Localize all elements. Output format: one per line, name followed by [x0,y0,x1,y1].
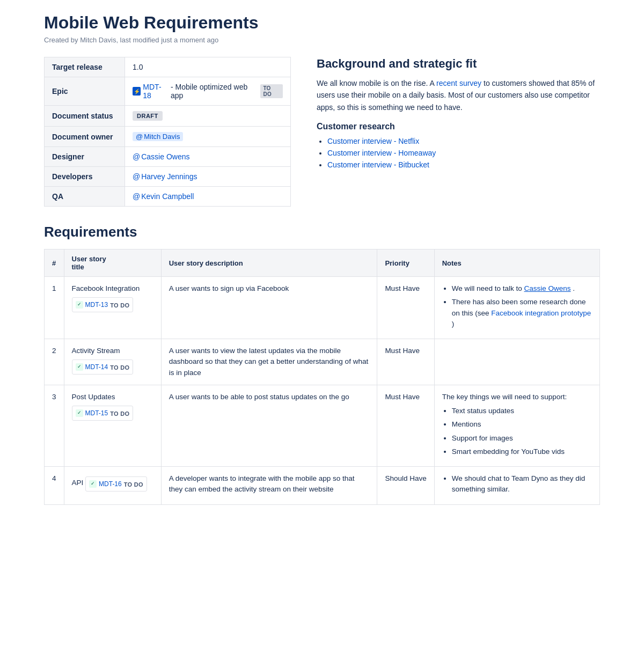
story-ticket: ✓ MDT-13 TO DO [72,297,134,312]
row-priority: Must Have [377,385,434,466]
row-num: 2 [45,339,64,385]
col-header-story-title: User storytitle [64,250,161,277]
note-text-end: ) [452,320,455,328]
developer-link[interactable]: @Harvey Jennings [133,172,197,181]
customer-research-list: Customer interview - Netflix Customer in… [317,137,600,169]
qa-link[interactable]: @Kevin Campbell [133,192,194,201]
meta-row-doc-status: Document status DRAFT [45,106,291,127]
col-header-num: # [45,250,64,277]
ticket-icon: ✓ [76,363,83,371]
page-subtitle: Created by Mitch Davis, last modified ju… [44,36,600,44]
row-story-desc: A user wants to view the latest updates … [161,339,377,385]
list-item: Customer interview - Netflix [327,137,600,145]
row-story-desc: A developer wants to integrate with the … [161,467,377,505]
meta-row-epic: Epic ⚡ MDT-18 - Mobile optimized web app… [45,77,291,106]
ticket-link[interactable]: MDT-16 [99,479,122,489]
row-notes: We will need to talk to Cassie Owens . T… [434,277,599,339]
row-story-desc: A user wants to sign up via Facebook [161,277,377,339]
ticket-link[interactable]: MDT-14 [85,362,108,372]
meta-label-qa: QA [45,187,125,207]
row-num: 3 [45,385,64,466]
notes-item: We will need to talk to Cassie Owens . [452,283,592,294]
cassie-owens-link[interactable]: Cassie Owens [524,284,571,292]
notes-intro: The key things we will need to support: [442,393,567,401]
table-row: 3 Post Updates ✓ MDT-15 TO DO A user wan… [45,385,600,466]
epic-ticket-link[interactable]: MDT-18 [143,83,169,100]
fb-prototype-link[interactable]: Facebook integration prototype [491,309,591,317]
meta-label-developers: Developers [45,167,125,187]
meta-value-doc-status: DRAFT [125,106,291,127]
ticket-link[interactable]: MDT-15 [85,408,108,418]
mention-name-mitch: Mitch Davis [144,133,180,141]
notes-list: We will need to talk to Cassie Owens . T… [442,283,592,329]
meta-row-designer: Designer @Cassie Owens [45,147,291,167]
notes-item: Text status updates [452,406,592,416]
ticket-icon: ✓ [76,301,83,309]
notes-item: We should chat to Team Dyno as they did … [452,473,592,495]
todo-label: TO DO [110,409,129,419]
story-title-text: Post Updates [72,393,115,401]
note-text-end: . [573,284,575,292]
meta-value-target-release: 1.0 [125,57,291,77]
epic-text: - Mobile optimized web app [171,83,258,100]
page-title: Mobile Web Requirements [44,13,600,33]
story-title-text: Facebook Integration [72,284,140,292]
col-header-priority: Priority [377,250,434,277]
meta-value-epic: ⚡ MDT-18 - Mobile optimized web app TO D… [125,77,291,106]
list-item: Customer interview - Bitbucket [327,160,600,169]
customer-research-title: Customer research [317,122,600,131]
row-notes: We should chat to Team Dyno as they did … [434,467,599,505]
background-text-before: We all know mobile is on the rise. A [317,79,436,87]
recent-survey-link[interactable]: recent survey [436,79,481,87]
note-text: We will need to talk to [452,284,524,292]
interview-netflix-link[interactable]: Customer interview - Netflix [327,137,419,145]
epic-link: ⚡ MDT-18 - Mobile optimized web app TO D… [133,83,283,100]
todo-label: TO DO [110,301,129,310]
requirements-title: Requirements [44,224,600,240]
requirements-table: # User storytitle User story description… [44,249,600,505]
interview-homeaway-link[interactable]: Customer interview - Homeaway [327,149,436,157]
mention-at-symbol: @ [136,133,143,141]
meta-row-doc-owner: Document owner @ Mitch Davis [45,127,291,147]
background-title: Background and strategic fit [317,57,600,71]
mention-at-symbol-3: @ [133,172,140,181]
interview-bitbucket-link[interactable]: Customer interview - Bitbucket [327,160,429,169]
mention-at-symbol-2: @ [133,152,140,161]
col-header-story-desc: User story description [161,250,377,277]
meta-label-doc-status: Document status [45,106,125,127]
ticket-link[interactable]: MDT-13 [85,300,108,310]
row-priority: Must Have [377,277,434,339]
meta-value-qa: @Kevin Campbell [125,187,291,207]
meta-row-target-release: Target release 1.0 [45,57,291,77]
mention-mitch-davis[interactable]: @ Mitch Davis [133,132,183,141]
meta-label-epic: Epic [45,77,125,106]
row-priority: Must Have [377,339,434,385]
background-body: We all know mobile is on the rise. A rec… [317,77,600,113]
row-story-title: Activity Stream ✓ MDT-14 TO DO [64,339,161,385]
ticket-icon: ✓ [89,480,97,488]
story-ticket: ✓ MDT-14 TO DO [72,359,134,375]
row-story-title: API ✓ MDT-16 TO DO [64,467,161,505]
notes-item: Mentions [452,419,592,430]
table-row: 4 API ✓ MDT-16 TO DO A developer wants t… [45,467,600,505]
notes-item: Support for images [452,433,592,444]
notes-item: There has also been some research done o… [452,297,592,329]
meta-value-designer: @Cassie Owens [125,147,291,167]
story-ticket: ✓ MDT-15 TO DO [72,406,134,421]
row-num: 1 [45,277,64,339]
ticket-icon: ✓ [76,409,83,417]
notes-list: We should chat to Team Dyno as they did … [442,473,592,495]
row-notes: The key things we will need to support: … [434,385,599,466]
meta-table-wrapper: Target release 1.0 Epic ⚡ MDT-18 - Mobil… [44,57,291,207]
meta-table: Target release 1.0 Epic ⚡ MDT-18 - Mobil… [44,57,291,207]
row-notes [434,339,599,385]
draft-badge: DRAFT [133,111,163,121]
story-ticket: ✓ MDT-16 TO DO [85,476,147,491]
meta-label-doc-owner: Document owner [45,127,125,147]
background-panel: Background and strategic fit We all know… [317,57,600,207]
col-header-notes: Notes [434,250,599,277]
row-priority: Should Have [377,467,434,505]
table-row: 1 Facebook Integration ✓ MDT-13 TO DO A … [45,277,600,339]
notes-list: Text status updates Mentions Support for… [442,406,592,457]
designer-link[interactable]: @Cassie Owens [133,152,189,161]
